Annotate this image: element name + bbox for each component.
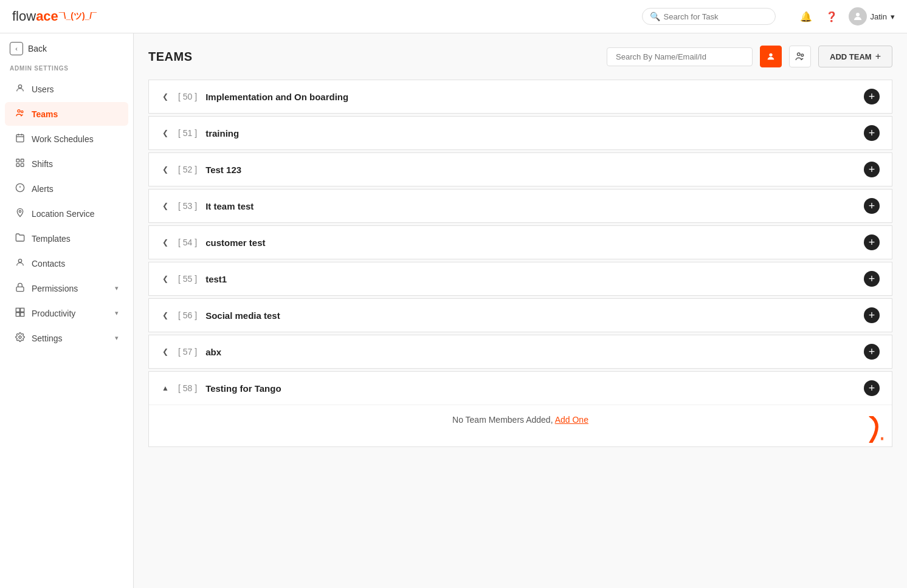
add-member-button[interactable]: + — [864, 89, 880, 104]
svg-point-22 — [19, 336, 21, 338]
team-chevron-icon: ▲ — [161, 384, 170, 392]
search-members-input[interactable] — [607, 47, 753, 66]
svg-point-16 — [18, 259, 21, 262]
help-icon[interactable]: ❓ — [823, 8, 840, 25]
svg-rect-21 — [21, 313, 24, 316]
team-id: [ 50 ] — [178, 92, 197, 101]
team-row-header[interactable]: ❮ [ 55 ] test1 + — [149, 262, 892, 295]
team-chevron-icon: ❮ — [161, 92, 170, 101]
team-row-header[interactable]: ❮ [ 53 ] It team test + — [149, 190, 892, 222]
team-chevron-icon: ❮ — [161, 347, 170, 356]
team-row-header[interactable]: ❮ [ 52 ] Test 123 + — [149, 153, 892, 186]
sidebar-item-teams[interactable]: Teams — [5, 102, 128, 126]
team-row: ❮ [ 54 ] customer test + — [148, 225, 892, 259]
back-button[interactable]: ‹ Back — [0, 33, 133, 61]
sidebar-item-templates[interactable]: Templates — [5, 227, 128, 250]
sidebar-item-settings[interactable]: Settings ▾ — [5, 326, 128, 350]
team-chevron-icon: ❮ — [161, 238, 170, 247]
sidebar-item-contacts[interactable]: Contacts — [5, 251, 128, 275]
svg-point-2 — [18, 110, 20, 112]
nav-icons: 🔔 ❓ Jatin ▾ — [798, 7, 895, 26]
team-id: [ 51 ] — [178, 128, 197, 138]
no-members-text: No Team Members Added, — [452, 415, 553, 425]
add-member-button[interactable]: + — [864, 125, 880, 141]
avatar — [849, 7, 867, 26]
add-member-button[interactable]: + — [864, 198, 880, 214]
team-row-left: ❮ [ 51 ] training — [161, 128, 239, 138]
logo-ace: ace — [36, 9, 58, 24]
team-name: abx — [205, 347, 221, 357]
calendar-icon — [15, 133, 26, 145]
user-icon — [15, 83, 26, 95]
back-label: Back — [28, 44, 47, 53]
team-row-header[interactable]: ▲ [ 58 ] Testing for Tango + — [149, 372, 892, 405]
add-one-link[interactable]: Add One — [555, 415, 588, 425]
sidebar-item-work-schedules[interactable]: Work Schedules — [5, 127, 128, 151]
sidebar-item-location-service[interactable]: Location Service — [5, 202, 128, 225]
team-name: Testing for Tango — [205, 383, 281, 394]
search-input[interactable] — [664, 12, 768, 21]
svg-rect-18 — [16, 308, 19, 312]
team-row-left: ❮ [ 50 ] Implementation and On boarding — [161, 92, 348, 102]
svg-rect-8 — [16, 159, 19, 162]
svg-rect-19 — [21, 308, 24, 312]
sidebar-item-settings-label: Settings — [32, 333, 63, 343]
team-row-left: ❮ [ 52 ] Test 123 — [161, 165, 241, 175]
team-name: Test 123 — [205, 165, 241, 175]
team-name: test1 — [205, 274, 227, 284]
sidebar-item-teams-label: Teams — [32, 109, 58, 119]
logo: flowace¯\_(ツ)_/¯ — [12, 9, 97, 24]
notifications-icon[interactable]: 🔔 — [798, 8, 815, 25]
team-chevron-icon: ❮ — [161, 129, 170, 137]
team-id: [ 57 ] — [178, 347, 197, 357]
view-group-icon[interactable] — [789, 46, 811, 67]
logo-flow: flow — [12, 9, 36, 24]
teams-icon — [15, 108, 26, 120]
svg-point-1 — [18, 85, 21, 88]
back-icon: ‹ — [10, 42, 23, 55]
sidebar-item-permissions[interactable]: Permissions ▾ — [5, 276, 128, 300]
add-member-button[interactable]: + — [864, 307, 880, 323]
team-row: ❮ [ 55 ] test1 + — [148, 262, 892, 296]
team-row-header[interactable]: ❮ [ 51 ] training + — [149, 117, 892, 149]
sidebar-item-permissions-label: Permissions — [32, 284, 78, 293]
add-team-button[interactable]: ADD TEAM + — [818, 46, 892, 67]
add-team-plus-icon: + — [875, 51, 881, 62]
sidebar-item-shifts[interactable]: Shifts — [5, 152, 128, 176]
team-row-left: ❮ [ 56 ] Social media test — [161, 310, 280, 321]
location-icon — [15, 208, 26, 219]
sidebar-item-alerts[interactable]: Alerts — [5, 177, 128, 200]
team-chevron-icon: ❮ — [161, 202, 170, 210]
productivity-icon — [15, 307, 26, 319]
sidebar-item-alerts-label: Alerts — [32, 184, 53, 194]
team-row-left: ▲ [ 58 ] Testing for Tango — [161, 383, 281, 394]
sidebar-item-shifts-label: Shifts — [32, 159, 53, 169]
view-single-icon[interactable] — [760, 46, 782, 67]
team-row-header[interactable]: ❮ [ 50 ] Implementation and On boarding … — [149, 80, 892, 113]
main-content: TEAMS ADD TEAM + ❮ [ 50 ] — [134, 33, 907, 588]
svg-rect-20 — [16, 313, 19, 316]
svg-point-15 — [19, 210, 21, 212]
team-id: [ 54 ] — [178, 238, 197, 247]
sidebar-item-location-service-label: Location Service — [32, 209, 95, 219]
add-member-button[interactable]: + — [864, 380, 880, 396]
user-name: Jatin — [871, 12, 887, 21]
sidebar-item-users[interactable]: Users — [5, 77, 128, 101]
team-row-header[interactable]: ❮ [ 57 ] abx + — [149, 335, 892, 368]
svg-point-0 — [856, 13, 860, 16]
add-member-button[interactable]: + — [864, 344, 880, 360]
add-member-button[interactable]: + — [864, 162, 880, 177]
global-search[interactable]: 🔍 — [642, 8, 776, 25]
user-chevron-icon: ▾ — [891, 12, 895, 21]
team-row-header[interactable]: ❮ [ 54 ] customer test + — [149, 226, 892, 259]
team-row-header[interactable]: ❮ [ 56 ] Social media test + — [149, 299, 892, 332]
team-chevron-icon: ❮ — [161, 165, 170, 174]
add-member-button[interactable]: + — [864, 234, 880, 250]
sidebar-item-productivity[interactable]: Productivity ▾ — [5, 301, 128, 325]
add-member-button[interactable]: + — [864, 271, 880, 287]
topnav: flowace¯\_(ツ)_/¯ 🔍 🔔 ❓ Jatin ▾ — [0, 0, 907, 33]
sidebar-item-users-label: Users — [32, 84, 54, 94]
user-menu[interactable]: Jatin ▾ — [849, 7, 895, 26]
svg-point-24 — [798, 53, 801, 56]
svg-rect-10 — [16, 163, 19, 166]
